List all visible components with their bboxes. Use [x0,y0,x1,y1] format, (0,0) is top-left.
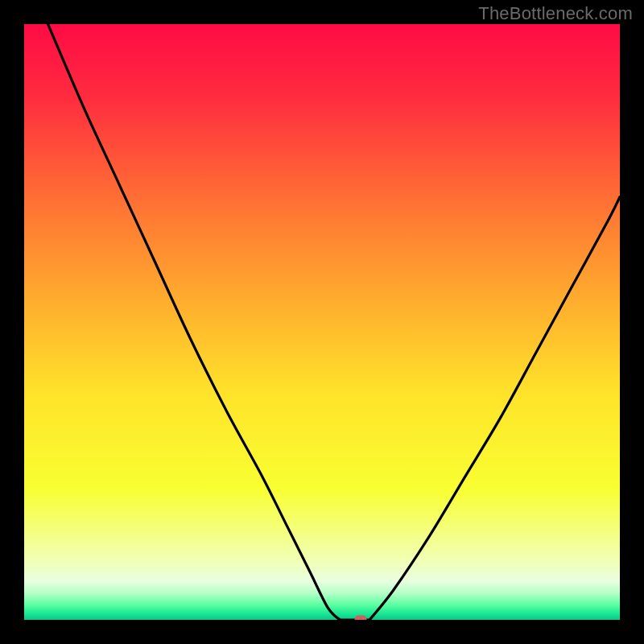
watermark-text: TheBottleneck.com [478,3,633,24]
gradient-background [24,24,620,620]
marker-dot [355,616,367,621]
chart-svg [24,24,620,620]
plot-area [24,24,620,620]
chart-frame: TheBottleneck.com [0,0,644,644]
